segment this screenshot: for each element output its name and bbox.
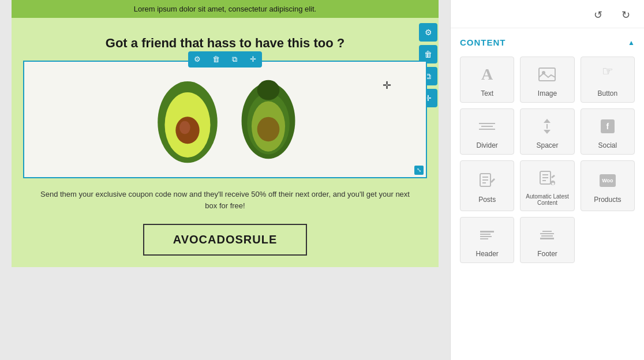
posts-label: Posts [478, 196, 496, 204]
content-item-text[interactable]: A Text [460, 57, 514, 103]
sidebar-content: CONTENT ▲ A Text I [451, 28, 644, 360]
svg-text:☞: ☞ [602, 66, 613, 78]
content-panel-header: CONTENT ▲ [460, 38, 635, 47]
alc-label: Automatic Latest Content [524, 193, 570, 206]
content-panel-title: CONTENT [460, 38, 506, 47]
image-move-btn[interactable]: ✛ [244, 51, 262, 68]
content-item-header[interactable]: Header [460, 217, 514, 263]
image-label: Image [538, 89, 557, 97]
svg-point-3 [179, 121, 190, 134]
content-item-footer[interactable]: Footer [520, 217, 574, 263]
text-label: Text [481, 89, 493, 97]
image-duplicate-btn[interactable]: ⧉ [225, 51, 244, 68]
content-item-button[interactable]: ☞ Button [581, 57, 635, 103]
content-item-divider[interactable]: Divider [460, 108, 514, 155]
top-bar-text: Lorem ipsum dolor sit amet, consectetur … [134, 5, 316, 13]
plus-cursor: ✛ [383, 79, 391, 92]
spacer-icon [544, 116, 551, 137]
posts-icon [479, 170, 495, 191]
header-label: Header [475, 250, 498, 258]
footer-icon [540, 224, 554, 245]
alc-icon: ★ [539, 168, 555, 189]
heading-text: Got a friend that hass to have this too … [35, 35, 415, 52]
undo-redo-bar: ↺ ↻ [451, 0, 644, 28]
content-grid: A Text Image ☞ [460, 57, 635, 263]
top-bar: Lorem ipsum dolor sit amet, consectetur … [12, 0, 439, 18]
image-delete-btn[interactable]: 🗑 [207, 51, 225, 68]
panel-toggle-arrow[interactable]: ▲ [628, 39, 635, 47]
products-icon: Woo [600, 170, 616, 191]
footer-label: Footer [537, 250, 557, 258]
avocado-right [237, 76, 300, 163]
button-icon: ☞ [599, 64, 616, 85]
products-label: Products [594, 196, 621, 204]
svg-point-8 [257, 117, 280, 141]
content-item-image[interactable]: Image [520, 57, 574, 103]
image-icon [538, 64, 556, 85]
svg-text:★: ★ [551, 182, 555, 186]
sidebar: ↺ ↻ CONTENT ▲ A Text [450, 0, 644, 360]
editor-panel: Lorem ipsum dolor sit amet, consectetur … [0, 0, 450, 360]
content-item-products[interactable]: Woo Products [581, 160, 635, 211]
content-item-alc[interactable]: ★ Automatic Latest Content [520, 160, 574, 211]
coupon-btn-wrapper: AVOCADOSRULE [12, 218, 439, 267]
content-item-spacer[interactable]: Spacer [520, 108, 574, 155]
promo-text: Send them your exclusive coupon code now… [12, 178, 439, 219]
social-icon: f [601, 116, 615, 137]
spacer-label: Spacer [536, 141, 558, 149]
editor-canvas: Lorem ipsum dolor sit amet, consectetur … [12, 0, 439, 267]
header-icon [480, 224, 494, 245]
avocado-image [24, 62, 426, 177]
button-label: Button [597, 89, 617, 97]
image-settings-btn[interactable]: ⚙ [188, 51, 207, 68]
content-item-social[interactable]: f Social [581, 108, 635, 155]
image-block-toolbar: ⚙ 🗑 ⧉ ✛ [188, 51, 262, 68]
undo-btn[interactable]: ↺ [589, 6, 607, 24]
social-label: Social [598, 141, 617, 149]
content-item-posts[interactable]: Posts [460, 160, 514, 211]
coupon-button[interactable]: AVOCADOSRULE [143, 224, 308, 256]
avocado-left [150, 73, 225, 166]
divider-label: Divider [476, 141, 497, 149]
redo-btn[interactable]: ↻ [616, 6, 635, 24]
image-block[interactable]: ⚙ 🗑 ⧉ ✛ ✛ [23, 61, 427, 178]
svg-point-6 [257, 80, 280, 100]
text-icon: A [481, 64, 493, 85]
resize-handle[interactable]: ⤡ [414, 166, 424, 175]
divider-icon [479, 116, 495, 137]
